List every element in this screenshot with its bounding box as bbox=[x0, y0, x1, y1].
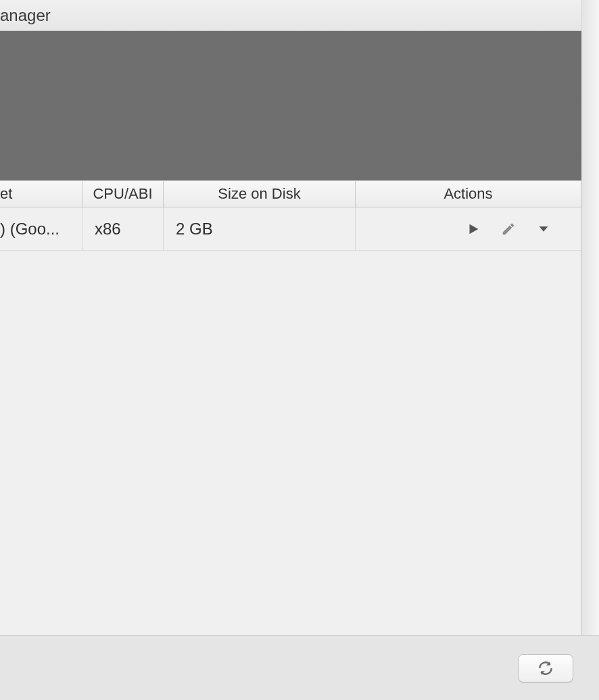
column-header-target-label: et bbox=[0, 185, 12, 203]
device-table: et CPU/ABI Size on Disk Actions ) (Goo..… bbox=[0, 180, 581, 635]
chevron-down-icon bbox=[536, 222, 551, 236]
window-title: anager bbox=[0, 6, 51, 25]
edit-button[interactable] bbox=[498, 219, 519, 239]
table-header-row: et CPU/ABI Size on Disk Actions bbox=[0, 180, 581, 207]
cell-actions bbox=[356, 207, 581, 250]
cell-cpu: x86 bbox=[82, 207, 164, 250]
play-icon bbox=[466, 222, 481, 236]
column-header-actions[interactable]: Actions bbox=[356, 181, 581, 207]
window-titlebar: anager bbox=[0, 0, 599, 31]
play-button[interactable] bbox=[463, 219, 483, 239]
column-header-target[interactable]: et bbox=[0, 181, 82, 207]
row-menu-button[interactable] bbox=[533, 219, 554, 239]
cell-target: ) (Goo... bbox=[0, 207, 82, 250]
cell-cpu-text: x86 bbox=[95, 220, 121, 239]
bottom-toolbar bbox=[0, 635, 599, 700]
column-header-cpu[interactable]: CPU/ABI bbox=[82, 181, 164, 207]
table-row[interactable]: ) (Goo... x86 2 GB bbox=[0, 207, 581, 251]
header-banner bbox=[0, 31, 599, 180]
refresh-icon bbox=[537, 659, 554, 677]
cell-size-text: 2 GB bbox=[176, 220, 213, 239]
window-right-edge bbox=[581, 0, 599, 700]
column-header-size[interactable]: Size on Disk bbox=[164, 181, 356, 207]
refresh-button[interactable] bbox=[518, 654, 573, 682]
column-header-actions-label: Actions bbox=[444, 185, 492, 203]
column-header-size-label: Size on Disk bbox=[218, 185, 300, 203]
column-header-cpu-label: CPU/ABI bbox=[93, 185, 152, 203]
cell-size: 2 GB bbox=[164, 207, 356, 250]
pencil-icon bbox=[501, 222, 516, 236]
cell-target-text: ) (Goo... bbox=[0, 220, 59, 239]
